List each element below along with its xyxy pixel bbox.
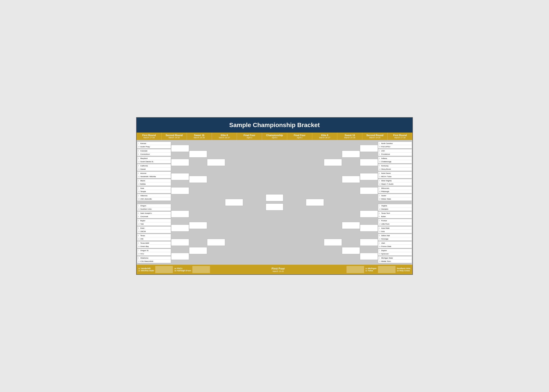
r5-right <box>306 141 324 263</box>
matchup: 8 Saint Joseph's 9 Cincinnati <box>137 211 171 218</box>
ff-right-2: Southern Univ. 10 Holy Cross <box>397 267 411 272</box>
team-slot: 6 Selton Hall <box>378 234 412 237</box>
result-box <box>207 239 225 246</box>
bracket-body: 1 Kansas 16 Austin Peay 8 Colorado 9 Con… <box>137 140 412 265</box>
team-slot: 13 Iona <box>378 230 412 233</box>
championship-box-bot <box>266 203 283 210</box>
result-box <box>171 239 189 246</box>
ff-right-1: 11 Michigan 11 Tulsa <box>365 267 377 272</box>
result-box <box>342 247 360 254</box>
team-slot: 15 CSU Bakersfield <box>137 260 171 263</box>
matchup: 5 Maryland 12 South Dakota St. <box>137 156 171 163</box>
rh-elite8-right: Elite 8 March 26-27 <box>312 133 337 140</box>
team-slot: 11 Vanderbilt / Witchita <box>137 175 171 178</box>
r2-right <box>360 141 378 263</box>
result-box <box>342 176 360 183</box>
team-slot: 13 Hawaii <box>137 168 171 171</box>
result-box <box>360 145 378 152</box>
matchup: 6 Arizona 11 Vanderbilt / Witchita <box>137 171 171 178</box>
matchup: 7 Oregon St. 10 VCU <box>137 249 171 256</box>
team-slot: 4 Duke <box>137 226 171 230</box>
r5-left <box>225 141 243 263</box>
matchup: 7 Iowa 10 Temple <box>137 186 171 193</box>
team-slot: 15 UNC-Asheville <box>137 197 171 201</box>
team-slot: 10 Temple <box>137 190 171 193</box>
r1-left: 1 Kansas 16 Austin Peay 8 Colorado 9 Con… <box>137 141 171 263</box>
team-slot: 8 USC <box>378 149 412 153</box>
ff-box-4 <box>378 266 395 273</box>
result-box <box>324 239 342 246</box>
result-box <box>360 173 378 180</box>
result-box <box>342 222 360 229</box>
team-slot: 12 South Dakota St. <box>137 160 171 163</box>
result-box <box>306 199 324 206</box>
team-slot: 14 Fresno State <box>378 245 412 248</box>
team-slot: 14 Buffalo <box>137 182 171 186</box>
result-box <box>360 187 378 194</box>
team-slot: 5 Maryland <box>137 156 171 160</box>
matchup: 4 Duke 13 UNCW <box>137 226 171 233</box>
rh-sweet16-left: Sweet 16 March 24-25 <box>187 133 212 140</box>
team-slot: 12 Chattanooga <box>378 160 412 163</box>
team-slot: 12 Little Rock <box>378 222 412 226</box>
rh-elite8-left: Elite 8 March 26-27 <box>212 133 237 140</box>
team-slot: 7 Wisconsin <box>378 186 412 190</box>
rh-ff-left: Final Four April 2 <box>237 133 262 140</box>
result-box <box>171 173 189 180</box>
ff-box-2 <box>192 266 210 273</box>
first-four-bar: 11 Vanderbilt 11 Witchita State 16 FGCU … <box>137 265 412 274</box>
ff-box-1 <box>155 266 173 273</box>
team-slot: 1 North Carolina <box>378 141 412 145</box>
result-box <box>171 210 189 217</box>
result-box <box>342 151 360 158</box>
result-box <box>171 145 189 152</box>
matchup: 4 California 13 Hawaii <box>137 164 171 171</box>
championship-box-top <box>266 194 283 201</box>
team-slot: 11 Gonzaga <box>378 237 412 241</box>
matchup: 3 Miami 14 Buffalo <box>137 179 171 186</box>
team-slot: 1 Oregon <box>137 204 171 207</box>
team-slot: 9 Cincinnati <box>137 215 171 218</box>
matchup: 5 Indiana 12 Chattanooga <box>378 156 412 163</box>
team-slot: 16 Austin Peay <box>137 145 171 149</box>
round-headers: First Round March 17-18 Second Round Mar… <box>137 133 412 140</box>
team-slot: 15 Middle Tenn. <box>378 260 412 263</box>
rh-second-round-left: Second Round March 19-20 <box>162 133 187 140</box>
center-col <box>265 141 284 263</box>
team-slot: 3 West Virginia <box>378 179 412 182</box>
result-box <box>360 224 378 231</box>
r4-left <box>207 141 225 263</box>
team-slot: 3 Utah <box>378 241 412 245</box>
bracket-container: Sample Championship Bracket First Round … <box>136 117 413 275</box>
matchup: 1 North Carolina 16 FGCU/FDU <box>378 141 412 149</box>
team-slot: 6 Notre Dame <box>378 171 412 175</box>
matchup: 6 Notre Dame 11 MICH / Tulsa <box>378 171 412 178</box>
ff-left-1: 11 Vanderbilt 11 Witchita State <box>138 267 154 272</box>
result-box <box>171 253 189 260</box>
matchup: 5 Baylor 12 Yale <box>137 219 171 226</box>
team-slot: 11 MICH / Tulsa <box>378 175 412 178</box>
matchup: 2 Oklahoma 15 CSU Bakersfield <box>137 256 171 263</box>
matchup: 5 Purdue 12 Little Rock <box>378 219 412 226</box>
team-slot: 2 Michigan State <box>378 256 412 260</box>
r1-right: 1 North Carolina 16 FGCU/FDU 8 USC 9 Pro… <box>378 141 412 263</box>
team-slot: 16 Southern Univ. <box>137 207 171 211</box>
r4-right <box>324 141 342 263</box>
rh-first-round-right: First Round March 17-18 <box>388 133 412 140</box>
right-side: 1 North Carolina 16 FGCU/FDU 8 USC 9 Pro… <box>284 141 412 263</box>
team-slot: 7 Oregon St. <box>137 249 171 252</box>
result-box <box>171 224 189 231</box>
bracket-title: Sample Championship Bracket <box>137 118 412 133</box>
rh-sweet16-right: Sweet 16 March 24-25 <box>337 133 362 140</box>
team-slot: 2 Villanova <box>137 194 171 197</box>
rh-ff-right: Final Four April 2 <box>287 133 312 140</box>
result-box <box>189 151 207 158</box>
team-slot: 14 Green Bay <box>137 245 171 248</box>
matchup: 1 Virginia 16 Hampton <box>378 204 412 211</box>
team-slot: 4 California <box>137 164 171 168</box>
result-box <box>171 159 189 166</box>
matchup: 8 USC 9 Providence <box>378 149 412 156</box>
rh-first-round-left: First Round March 17-18 <box>137 133 162 140</box>
team-slot: 16 FGCU/FDU <box>378 145 412 149</box>
rh-second-round-right: Second Round March 19-20 <box>362 133 387 140</box>
